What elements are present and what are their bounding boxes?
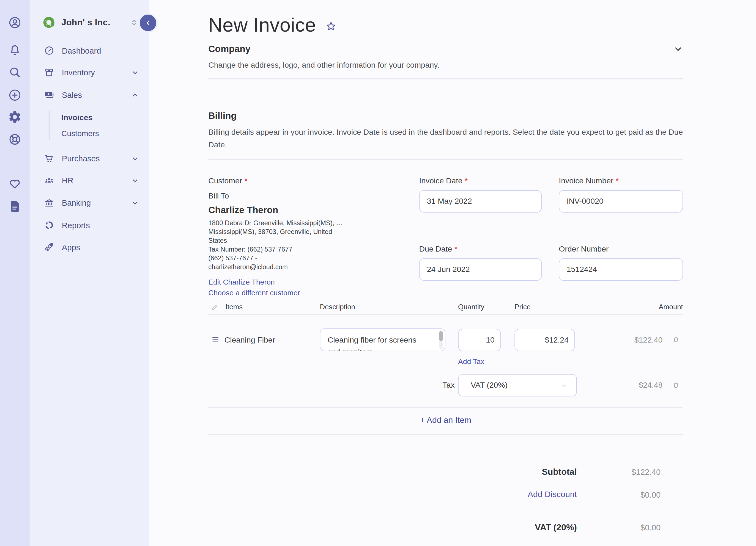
customer-label: Customer (208, 177, 242, 185)
sidebar-item-reports[interactable]: Reports (30, 218, 149, 232)
sidebar-item-inventory[interactable]: Inventory (30, 66, 149, 80)
sidebar-item-label: Apps (62, 243, 80, 252)
item-quantity-cell: 10 (458, 328, 501, 351)
app-window: John' s Inc. Dashboard Inventory Sales I… (0, 0, 756, 546)
heart-icon[interactable] (8, 177, 22, 191)
sidebar-item-label: Banking (62, 198, 91, 208)
sidebar-collapse-button[interactable] (140, 15, 156, 31)
company-logo-icon (42, 16, 56, 29)
due-date-field: Due Date* 24 Jun 2022 (419, 245, 542, 296)
chevron-down-icon (560, 381, 568, 389)
dashboard-icon (44, 45, 54, 56)
document-icon[interactable] (8, 199, 22, 213)
item-description-textarea[interactable]: Cleaning fiber for screens and monitors (320, 328, 446, 351)
add-discount-link[interactable]: Add Discount (208, 490, 577, 500)
customer-tax-number: Tax Number: (662) 537-7677 (208, 245, 419, 254)
company-switcher[interactable]: John' s Inc. (30, 16, 149, 29)
table-divider (208, 314, 683, 315)
favorite-star-icon[interactable] (325, 20, 338, 33)
choose-customer-link[interactable]: Choose a different customer (208, 288, 419, 296)
bill-to-label: Bill To (208, 192, 419, 201)
chevron-up-icon (132, 91, 139, 99)
sidebar-item-banking[interactable]: Banking (30, 196, 149, 210)
search-icon[interactable] (8, 65, 22, 79)
vat-row: VAT (20%) $0.00 (208, 522, 683, 533)
customer-email: charlizetheron@icloud.com (208, 263, 419, 272)
customer-address-line: Mississippi(MS), 38703, Greenville, Unit… (208, 228, 419, 237)
sidebar-item-label: Inventory (62, 68, 95, 77)
due-date-input[interactable]: 24 Jun 2022 (419, 258, 542, 280)
add-tax-link[interactable]: Add Tax (458, 357, 683, 365)
chevron-down-icon (132, 177, 139, 184)
pie-chart-icon (44, 220, 54, 231)
page-header: New Invoice (208, 14, 683, 36)
customer-name: Charlize Theron (208, 205, 419, 216)
trash-icon[interactable] (672, 336, 680, 344)
item-name[interactable]: Cleaning Fiber (224, 335, 275, 344)
sidebar-item-hr[interactable]: HR (30, 174, 149, 188)
item-amount-cell: $122.40 (575, 335, 683, 344)
sidebar-item-purchases[interactable]: Purchases (30, 152, 149, 166)
rocket-icon (44, 242, 54, 253)
gear-icon[interactable] (8, 110, 22, 124)
sidebar-item-label: HR (62, 176, 73, 185)
invoice-date-field: Invoice Date* 31 May 2022 (419, 177, 542, 229)
items-table-header: Items Description Quantity Price Amount (208, 303, 683, 311)
required-marker: * (465, 177, 468, 185)
quantity-header-label: Quantity (458, 303, 501, 311)
chevron-down-icon[interactable] (673, 44, 683, 54)
sales-icon (44, 90, 54, 100)
sidebar-subitem-invoices[interactable]: Invoices (61, 113, 92, 122)
price-input[interactable]: $12.24 (514, 328, 575, 351)
subtotal-row: Subtotal $122.40 (208, 467, 683, 477)
chevron-left-icon (145, 20, 152, 26)
add-item-button[interactable]: + Add an Item (208, 408, 683, 434)
required-marker: * (245, 177, 247, 185)
billing-details-row: Customer* Bill To Charlize Theron 1800 D… (208, 177, 683, 296)
invoice-number-input[interactable]: INV-00020 (559, 190, 683, 213)
sidebar-item-dashboard[interactable]: Dashboard (30, 44, 149, 57)
sidebar-item-apps[interactable]: Apps (30, 240, 149, 254)
switch-company-icon[interactable] (130, 18, 138, 26)
textarea-scrollbar-thumb[interactable] (439, 331, 443, 341)
invoice-number-field: Invoice Number* INV-00020 (559, 177, 683, 229)
sidebar-item-sales[interactable]: Sales (30, 88, 149, 102)
order-number-field: Order Number 1512424 (559, 245, 683, 296)
lifebuoy-icon[interactable] (8, 132, 22, 146)
edit-customer-link[interactable]: Edit Charlize Theron (208, 278, 419, 286)
customer-block: Customer* Bill To Charlize Theron 1800 D… (208, 177, 419, 296)
table-divider (208, 434, 683, 435)
items-header-label: Items (225, 303, 243, 311)
pencil-icon (211, 303, 219, 311)
sidebar-item-label: Dashboard (62, 46, 101, 55)
order-number-label: Order Number (559, 245, 683, 253)
cart-icon (44, 153, 54, 164)
bank-icon (44, 198, 54, 208)
quantity-input[interactable]: 10 (458, 328, 501, 351)
inventory-icon (44, 67, 54, 78)
bell-icon[interactable] (8, 43, 22, 57)
trash-icon[interactable] (672, 381, 680, 389)
subnav-indicator-line (49, 111, 50, 140)
drag-handle-icon[interactable] (210, 335, 220, 344)
item-description-cell: Cleaning fiber for screens and monitors (320, 328, 446, 351)
vat-label: VAT (20%) (208, 522, 577, 533)
subtotal-label: Subtotal (208, 467, 577, 477)
account-icon[interactable] (8, 16, 22, 30)
sidebar-item-label: Reports (62, 221, 90, 230)
tax-select[interactable]: VAT (20%) (458, 374, 577, 396)
invoice-date-input[interactable]: 31 May 2022 (419, 190, 542, 213)
vat-value: $0.00 (577, 523, 661, 532)
customer-phone: (662) 537-7677 - (208, 254, 419, 263)
plus-circle-icon[interactable] (8, 88, 22, 102)
item-description-text: Cleaning fiber for screens and monitors (320, 329, 445, 351)
main-content: New Invoice Company Change the address, … (149, 0, 756, 546)
discount-value: $0.00 (577, 490, 661, 500)
order-number-input[interactable]: 1512424 (559, 258, 683, 280)
table-row: Cleaning Fiber Cleaning fiber for screen… (208, 328, 683, 351)
company-section-header: Company (208, 44, 683, 54)
tax-amount-cell: $24.48 (577, 381, 683, 390)
customer-address-line: States (208, 237, 419, 245)
item-name-cell: Cleaning Fiber (208, 335, 320, 344)
sidebar-subitem-customers[interactable]: Customers (61, 130, 99, 138)
